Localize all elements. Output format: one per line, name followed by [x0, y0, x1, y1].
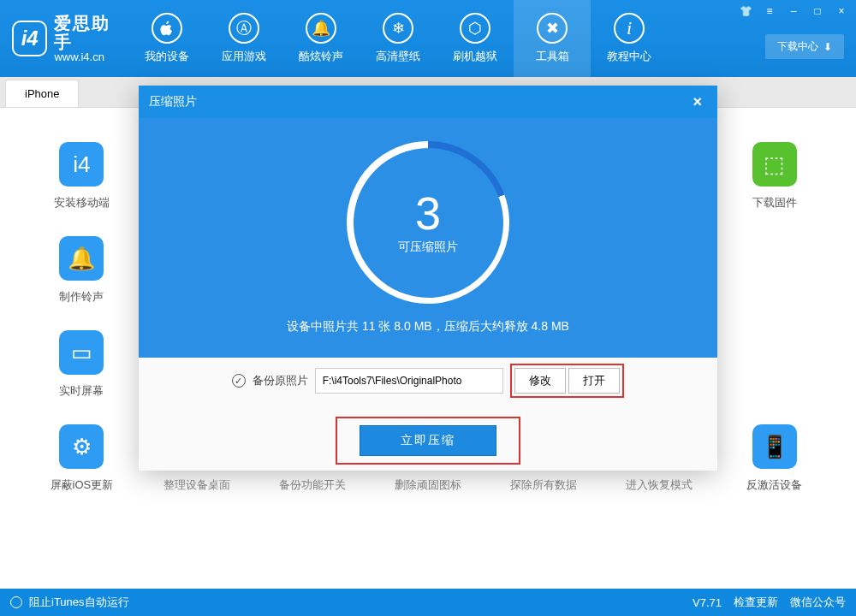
- window-controls: 👕 ≡ – □ ×: [736, 3, 851, 19]
- download-center-label: 下载中心: [777, 39, 818, 54]
- dialog-title: 压缩照片: [149, 94, 197, 110]
- nav-flash[interactable]: ⬡ 刷机越狱: [437, 0, 514, 77]
- wechat-button[interactable]: 微信公众号: [790, 595, 846, 610]
- backup-path-row: ✓ 备份原照片 修改 打开: [232, 364, 625, 398]
- bell-icon: 🔔: [59, 236, 104, 281]
- gear-icon: ⚙: [59, 424, 104, 469]
- tool-label: 删除顽固图标: [395, 477, 461, 493]
- download-center-button[interactable]: 下载中心 ⬇: [765, 34, 844, 59]
- highlight-box: 立即压缩: [336, 417, 520, 465]
- backup-checkbox[interactable]: ✓: [232, 374, 246, 388]
- logo-badge: i4: [12, 21, 47, 56]
- tool-deactivate-device[interactable]: 📱反激活设备: [716, 424, 832, 518]
- compressible-label: 可压缩照片: [398, 240, 458, 255]
- open-path-button[interactable]: 打开: [568, 368, 620, 394]
- nav-label: 教程中心: [607, 49, 651, 64]
- app-icon: i4: [59, 142, 104, 187]
- tool-download-firmware[interactable]: ⬚下载固件: [716, 142, 832, 236]
- tool-label: 反激活设备: [746, 477, 802, 493]
- compress-photos-dialog: 压缩照片 × 3 可压缩照片 设备中照片共 11 张 8.0 MB，压缩后大约释…: [139, 86, 717, 471]
- apple-icon: [152, 13, 182, 44]
- tab-iphone[interactable]: iPhone: [5, 80, 79, 107]
- download-icon: ⬇: [823, 41, 832, 53]
- tool-label: 安装移动端: [54, 195, 110, 210]
- compress-now-button[interactable]: 立即压缩: [360, 425, 496, 456]
- nav-tutorials[interactable]: i 教程中心: [591, 0, 668, 77]
- status-indicator-icon: [10, 596, 22, 608]
- app-title: 爱思助手: [54, 14, 128, 51]
- maximize-button[interactable]: □: [808, 3, 827, 19]
- nav-label: 刷机越狱: [453, 49, 497, 64]
- screen-icon: ▭: [59, 330, 104, 375]
- block-itunes-toggle[interactable]: 阻止iTunes自动运行: [29, 595, 129, 610]
- tool-label: 下载固件: [752, 195, 797, 210]
- photo-stats: 设备中照片共 11 张 8.0 MB，压缩后大约释放 4.8 MB: [287, 319, 569, 335]
- box-icon: ⬡: [460, 13, 490, 44]
- app-header: i4 爱思助手 www.i4.cn 我的设备 Ⓐ 应用游戏 🔔 酷炫铃声 ❄ 高…: [0, 0, 856, 77]
- nav-ringtones[interactable]: 🔔 酷炫铃声: [282, 0, 360, 77]
- tool-live-screen[interactable]: ▭实时屏幕: [24, 330, 140, 424]
- backup-path-input[interactable]: [315, 368, 503, 394]
- tool-label: 实时屏幕: [59, 383, 104, 399]
- tools-icon: ✖: [537, 13, 568, 44]
- highlight-box: 修改 打开: [510, 364, 625, 398]
- modify-path-button[interactable]: 修改: [514, 368, 566, 394]
- tool-label: 整理设备桌面: [163, 477, 230, 493]
- cube-icon: ⬚: [752, 142, 797, 187]
- nav-label: 高清壁纸: [376, 49, 420, 64]
- check-update-button[interactable]: 检查更新: [734, 595, 778, 610]
- snow-icon: ❄: [383, 13, 413, 44]
- menu-button[interactable]: ≡: [760, 3, 779, 19]
- minimize-button[interactable]: –: [784, 3, 803, 19]
- tool-label: 屏蔽iOS更新: [51, 477, 114, 493]
- bell-icon: 🔔: [306, 13, 336, 44]
- dialog-header[interactable]: 压缩照片 ×: [139, 86, 717, 118]
- nav-wallpapers[interactable]: ❄ 高清壁纸: [360, 0, 437, 77]
- nav-apps[interactable]: Ⓐ 应用游戏: [205, 0, 282, 77]
- nav-my-device[interactable]: 我的设备: [128, 0, 205, 77]
- compressible-count: 3: [415, 190, 441, 236]
- nav-label: 工具箱: [536, 49, 569, 64]
- tool-label: 备份功能开关: [279, 477, 346, 493]
- close-window-button[interactable]: ×: [832, 3, 851, 19]
- info-icon: i: [614, 13, 645, 44]
- close-dialog-button[interactable]: ×: [687, 92, 707, 113]
- tool-install-mobile[interactable]: i4安装移动端: [24, 142, 140, 236]
- skin-button[interactable]: 👕: [736, 3, 755, 19]
- tool-make-ringtone[interactable]: 🔔制作铃声: [24, 236, 140, 330]
- dialog-summary: 3 可压缩照片 设备中照片共 11 张 8.0 MB，压缩后大约释放 4.8 M…: [139, 118, 717, 358]
- progress-ring: 3 可压缩照片: [347, 141, 509, 304]
- device-icon: 📱: [752, 424, 797, 469]
- tool-label: 制作铃声: [59, 289, 104, 305]
- apps-icon: Ⓐ: [229, 13, 259, 44]
- dialog-actions: ✓ 备份原照片 修改 打开 立即压缩: [139, 358, 717, 471]
- tool-label: 探除所有数据: [510, 477, 577, 493]
- app-url: www.i4.cn: [54, 51, 128, 63]
- nav-label: 我的设备: [145, 49, 189, 64]
- status-bar: 阻止iTunes自动运行 V7.71 检查更新 微信公众号: [0, 589, 856, 616]
- app-logo: i4 爱思助手 www.i4.cn: [0, 0, 128, 77]
- tool-block-ios-update[interactable]: ⚙屏蔽iOS更新: [24, 424, 140, 518]
- tool-label: 进入恢复模式: [626, 477, 693, 493]
- nav-toolbox[interactable]: ✖ 工具箱: [514, 0, 591, 77]
- nav-label: 应用游戏: [222, 49, 266, 64]
- version-label: V7.71: [693, 596, 722, 609]
- nav-label: 酷炫铃声: [299, 49, 343, 64]
- backup-label: 备份原照片: [253, 373, 308, 388]
